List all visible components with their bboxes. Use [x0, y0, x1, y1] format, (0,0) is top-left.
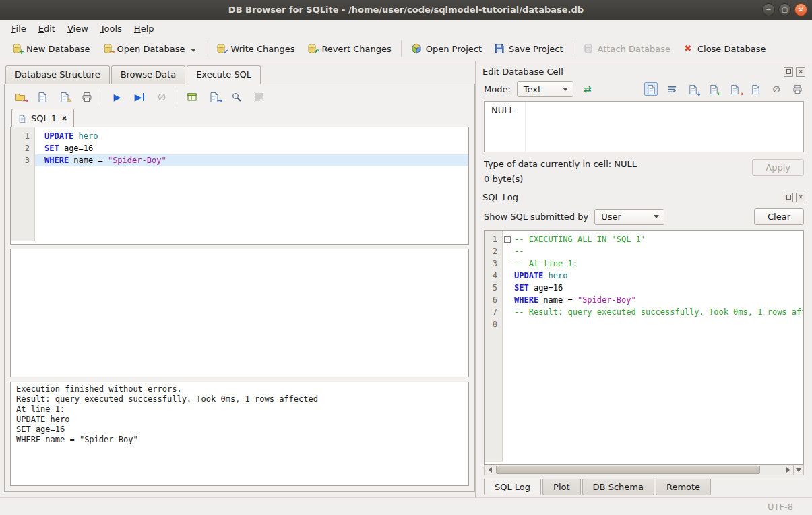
menu-tools[interactable]: Tools: [94, 20, 128, 36]
save-sql-file-button[interactable]: [35, 90, 50, 104]
close-sql-tab-icon[interactable]: ✖: [61, 115, 67, 122]
revert-changes-icon: ↶: [307, 43, 317, 54]
find-replace-button[interactable]: [229, 90, 244, 104]
clear-log-button[interactable]: Clear: [754, 208, 804, 225]
cell-editor[interactable]: NULL: [484, 101, 804, 152]
revert-changes-label: Revert Changes: [321, 44, 391, 54]
submitted-by-select[interactable]: User: [594, 209, 664, 225]
save-project-button[interactable]: Save Project: [488, 40, 569, 57]
dock-tab-db-schema[interactable]: DB Schema: [582, 479, 654, 495]
sql-toolbar-separator: [102, 90, 102, 104]
cursor-bar-icon: [143, 93, 144, 101]
editor-line: 2 SET age=16: [11, 142, 468, 154]
sql-file-icon: [18, 114, 26, 123]
tab-database-structure[interactable]: Database Structure: [5, 65, 110, 84]
minimize-button[interactable]: −: [762, 3, 775, 16]
close-window-button[interactable]: ✕: [794, 3, 807, 16]
chevron-down-icon: [563, 88, 568, 91]
log-line: 2 --: [485, 245, 803, 258]
print-cell-button[interactable]: [790, 82, 804, 96]
format-sql-button[interactable]: [251, 90, 266, 104]
cell-type-info: Type of data currently in cell: NULL: [484, 159, 752, 169]
close-panel-button[interactable]: ✕: [796, 67, 805, 77]
menu-view[interactable]: View: [61, 20, 94, 36]
maximize-button[interactable]: ▢: [778, 3, 791, 16]
sql-log-title: SQL Log: [482, 192, 784, 202]
window-title: DB Browser for SQLite - /home/user/code/…: [0, 5, 812, 15]
scroll-thumb[interactable]: [496, 466, 760, 474]
set-null-button[interactable]: ∅: [770, 82, 783, 96]
tab-browse-data[interactable]: Browse Data: [111, 65, 186, 84]
fold-marker-icon[interactable]: [503, 233, 511, 245]
export-cell-button[interactable]: [749, 82, 762, 96]
cell-size-info: 0 byte(s): [484, 174, 752, 184]
dock-tab-remote[interactable]: Remote: [656, 479, 711, 495]
open-database-dropdown-caret[interactable]: [191, 49, 196, 52]
log-h-scrollbar[interactable]: [484, 465, 804, 475]
close-database-button[interactable]: ✖ Close Database: [677, 40, 772, 57]
export-icon: [751, 84, 761, 94]
sql-log-view[interactable]: 1 -- EXECUTING ALL IN 'SQL 1' 2 -- 3 -- …: [484, 230, 804, 465]
close-panel-button[interactable]: ✕: [796, 193, 805, 202]
word-wrap-button[interactable]: [665, 82, 679, 96]
sql-editor[interactable]: 1 UPDATE hero 2 SET age=16 3 WHERE name …: [10, 127, 469, 245]
write-changes-icon: ✔: [216, 43, 226, 54]
scroll-left-button[interactable]: [485, 465, 495, 475]
open-file-in-cell-button[interactable]: ↓: [686, 82, 699, 96]
toolbar-separator: [401, 40, 402, 57]
main-tab-bar: Database Structure Browse Data Execute S…: [4, 65, 475, 84]
new-database-icon: +: [11, 43, 22, 54]
dock-tab-sql-log[interactable]: SQL Log: [484, 479, 541, 495]
menu-file[interactable]: File: [5, 20, 32, 36]
dock-tab-plot[interactable]: Plot: [542, 479, 581, 495]
window-controls: − ▢ ✕: [762, 3, 807, 16]
scroll-right-button[interactable]: [782, 465, 793, 475]
statusbar: UTF-8: [0, 497, 812, 515]
save-sql-file-as-button[interactable]: ✎: [57, 90, 72, 104]
execute-current-line-button[interactable]: ▶: [132, 90, 147, 104]
cell-info: Type of data currently in cell: NULL 0 b…: [476, 155, 812, 187]
open-sql-file-button[interactable]: →: [13, 90, 28, 104]
import-cell-button[interactable]: →: [728, 82, 741, 96]
execute-all-button[interactable]: ▶: [110, 90, 125, 104]
undock-panel-button[interactable]: [784, 67, 793, 77]
export-results-button[interactable]: [185, 90, 199, 104]
results-grid[interactable]: [10, 249, 469, 377]
write-changes-button[interactable]: ✔ Write Changes: [210, 40, 301, 57]
undock-icon: [786, 195, 791, 200]
titlebar: DB Browser for SQLite - /home/user/code/…: [0, 0, 812, 20]
save-results-button[interactable]: →: [207, 90, 222, 104]
revert-changes-button[interactable]: ↶ Revert Changes: [301, 40, 397, 57]
execution-output[interactable]: Execution finished without errors. Resul…: [10, 382, 469, 486]
mode-label: Mode:: [484, 84, 511, 94]
app-window: DB Browser for SQLite - /home/user/code/…: [0, 0, 812, 515]
open-database-button[interactable]: → Open Database: [96, 40, 203, 57]
print-button[interactable]: [80, 90, 94, 104]
execute-all-icon: ▶: [114, 92, 121, 102]
log-line: 8: [485, 318, 803, 330]
open-project-button[interactable]: Open Project: [405, 40, 488, 57]
main-toolbar: + New Database → Open Database ✔ Write C…: [0, 36, 812, 61]
tab-execute-sql[interactable]: Execute SQL: [187, 65, 261, 84]
edit-cell-title: Edit Database Cell: [482, 67, 784, 77]
tab-sql-1[interactable]: SQL 1 ✖: [11, 109, 74, 127]
attach-database-label: Attach Database: [598, 44, 670, 54]
menu-help[interactable]: Help: [128, 20, 160, 36]
open-project-icon: [411, 43, 422, 54]
new-database-button[interactable]: + New Database: [5, 40, 96, 57]
mode-select[interactable]: Text: [517, 81, 573, 97]
chevron-down-icon: [654, 215, 659, 218]
undock-panel-button[interactable]: [784, 193, 793, 202]
close-panel-icon: ✕: [799, 69, 803, 75]
scroll-track[interactable]: [495, 465, 782, 475]
attach-database-button: Attach Database: [577, 40, 677, 57]
mode-value: Text: [524, 84, 555, 94]
menu-edit[interactable]: Edit: [32, 20, 61, 36]
log-line: 4 UPDATE hero: [485, 270, 803, 282]
save-cell-to-file-button[interactable]: ←: [707, 82, 720, 96]
sql-editor-tab-bar: SQL 1 ✖: [10, 109, 469, 127]
auto-switch-mode-button[interactable]: ⇄: [580, 84, 596, 94]
text-view-button[interactable]: [644, 82, 658, 96]
scroll-down-icon: [796, 468, 801, 472]
menubar: File Edit View Tools Help: [0, 20, 812, 36]
